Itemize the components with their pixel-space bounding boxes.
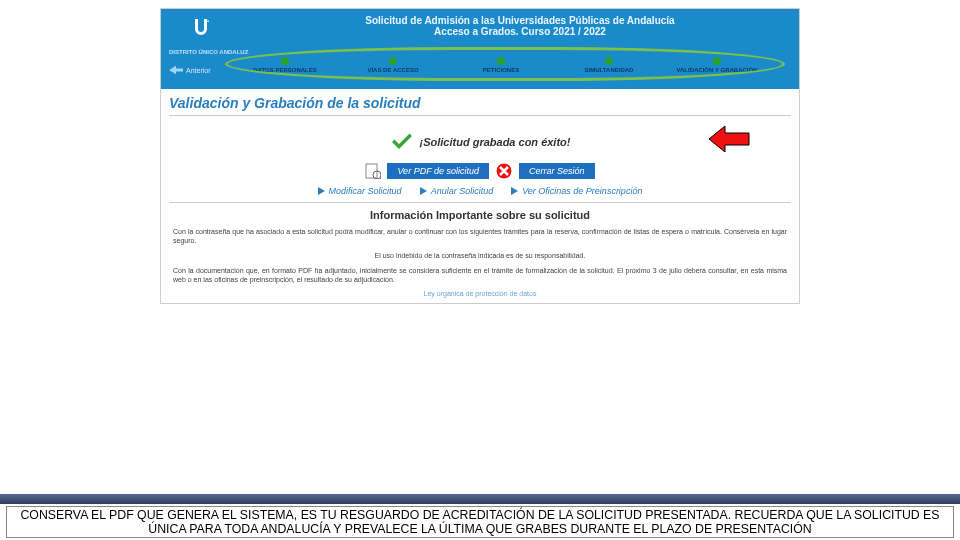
back-button[interactable]: Anterior [169, 65, 211, 75]
header-title-1: Solicitud de Admisión a las Universidade… [241, 15, 799, 26]
info-paragraph-2: El uso indebido de la contraseña indicad… [169, 251, 791, 260]
success-text: ¡Solicitud grabada con éxito! [420, 136, 571, 148]
back-label: Anterior [186, 67, 211, 74]
svg-line-3 [380, 178, 381, 179]
svg-text:•: • [207, 18, 209, 24]
app-header: • Solicitud de Admisión a las Universida… [161, 9, 799, 89]
info-title: Información Importante sobre su solicitu… [169, 209, 791, 221]
step-vias-acceso[interactable]: VÍAS DE ACCESO [339, 57, 447, 73]
footer-note: CONSERVA EL PDF QUE GENERA EL SISTEMA, E… [6, 506, 954, 538]
footer-bar [0, 494, 960, 504]
offices-link[interactable]: Ver Oficinas de Preinscripción [511, 186, 642, 196]
modify-link[interactable]: Modificar Solicitud [318, 186, 402, 196]
play-icon [420, 187, 428, 195]
section-title: Validación y Grabación de la solicitud [169, 93, 791, 116]
primary-actions: Ver PDF de solicitud Cerrar Sesión [169, 162, 791, 180]
cancel-link[interactable]: Anular Solicitud [420, 186, 494, 196]
step-simultaneidad[interactable]: SIMULTANEIDAD [555, 57, 663, 73]
header-titles: Solicitud de Admisión a las Universidade… [241, 13, 799, 37]
view-pdf-button[interactable]: Ver PDF de solicitud [387, 163, 489, 179]
step-datos-personales[interactable]: DATOS PERSONALES [231, 57, 339, 73]
success-message-row: ¡Solicitud grabada con éxito! [169, 130, 791, 154]
check-icon [390, 130, 414, 154]
close-session-icon [495, 162, 513, 180]
main-content: Validación y Grabación de la solicitud ¡… [161, 89, 799, 303]
brand-logo: • [161, 13, 241, 43]
play-icon [318, 187, 326, 195]
step-peticiones[interactable]: PETICIONES [447, 57, 555, 73]
info-paragraph-1: Con la contraseña que ha asociado a esta… [169, 227, 791, 245]
app-window: • Solicitud de Admisión a las Universida… [160, 8, 800, 304]
info-paragraph-3: Con la documentación que, en formato PDF… [169, 266, 791, 284]
header-title-2: Acceso a Grados. Curso 2021 / 2022 [241, 26, 799, 37]
play-icon [511, 187, 519, 195]
progress-steps: DATOS PERSONALES VÍAS DE ACCESO PETICION… [231, 53, 789, 81]
pdf-icon [365, 163, 381, 179]
close-session-button[interactable]: Cerrar Sesión [519, 163, 595, 179]
back-arrow-icon [169, 65, 183, 75]
slide-footer: CONSERVA EL PDF QUE GENERA EL SISTEMA, E… [0, 494, 960, 538]
attention-arrow-icon [707, 124, 751, 154]
step-validacion[interactable]: VALIDACIÓN Y GRABACIÓN [663, 57, 771, 73]
legal-link[interactable]: Ley orgánica de protección de datos [169, 290, 791, 297]
secondary-links: Modificar Solicitud Anular Solicitud Ver… [169, 186, 791, 203]
